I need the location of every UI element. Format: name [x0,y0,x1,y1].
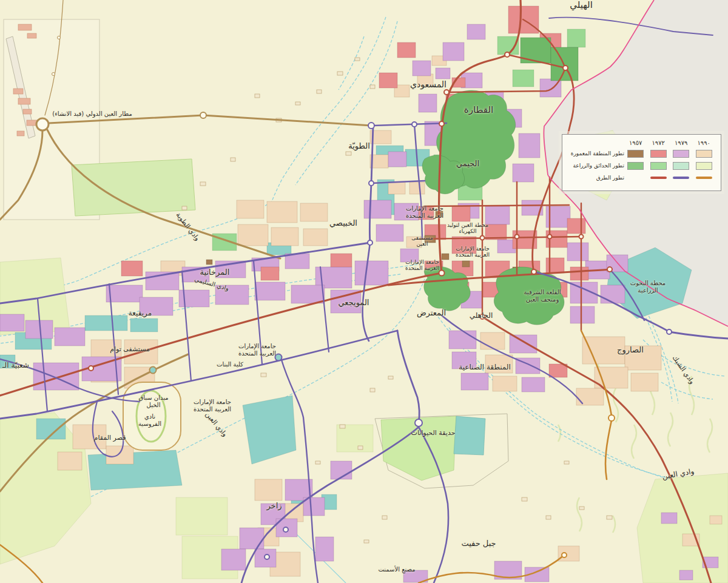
legend-row-built: تطور المنطقة المعمورة [566,147,715,160]
legend-year-1979: ١٩٧٩ [670,140,693,146]
map-canvas [0,0,728,583]
legend-line-roads-1972 [650,177,667,179]
legend-swatch-gardens-1957 [627,162,644,170]
al-ain-development-map: مطار العين الدولي (قيد الانشاء)المسعوديا… [0,0,728,583]
legend-year-1972: ١٩٧٢ [647,140,670,146]
legend-swatch-gardens-1972 [650,162,667,170]
legend-box: ١٩٥٧ ١٩٧٢ ١٩٧٩ ١٩٩٠ تطور المنطقة المعمور… [562,134,721,191]
legend-label-roads: تطور الطرق [566,175,624,181]
legend-label-built: تطور المنطقة المعمورة [566,150,624,157]
legend-swatch-built-1972 [650,150,667,158]
legend-swatch-gardens-1990 [696,162,712,170]
legend-row-roads: تطور الطرق [566,172,715,184]
racetrack [123,382,181,450]
legend-line-roads-1990 [696,177,712,179]
legend-year-1990: ١٩٩٠ [693,140,716,146]
legend-swatch-built-1990 [696,150,712,158]
legend-swatch-gardens-1979 [673,162,689,170]
legend-swatch-built-1957 [627,150,644,158]
legend-line-roads-1979 [673,177,689,179]
legend-row-gardens: تطور الحدائق والزراعة [566,160,715,172]
legend-label-gardens: تطور الحدائق والزراعة [566,163,624,169]
legend-years-row: ١٩٥٧ ١٩٧٢ ١٩٧٩ ١٩٩٠ [566,138,715,147]
legend-year-1957: ١٩٥٧ [624,140,647,146]
legend-swatch-built-1979 [673,150,689,158]
